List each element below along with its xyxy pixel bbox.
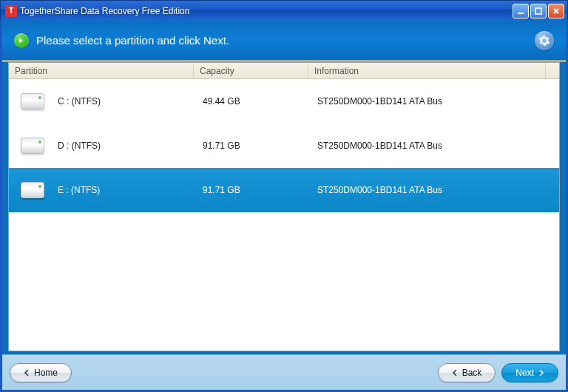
column-header-capacity[interactable]: Capacity <box>194 63 308 78</box>
partition-information: ST250DM000-1BD141 ATA Bus <box>311 141 556 151</box>
instruction-text: Please select a partition and click Next… <box>36 34 535 47</box>
back-button[interactable]: Back <box>438 363 496 382</box>
partition-row[interactable]: E : (NTFS)91.71 GBST250DM000-1BD141 ATA … <box>9 168 559 212</box>
partition-capacity: 49.44 GB <box>197 96 311 107</box>
partition-list: C : (NTFS)49.44 GBST250DM000-1BD141 ATA … <box>9 79 559 351</box>
close-button[interactable] <box>548 4 564 18</box>
gear-icon <box>538 35 550 47</box>
window-title: TogetherShare Data Recovery Free Edition <box>20 6 513 16</box>
settings-button[interactable] <box>535 31 554 50</box>
drive-icon <box>21 93 44 109</box>
step-arrow-icon <box>14 33 29 48</box>
footer: Home Back Next <box>2 354 566 390</box>
partition-panel: Partition Capacity Information C : (NTFS… <box>8 62 560 351</box>
svg-rect-1 <box>535 8 541 14</box>
minimize-button[interactable] <box>513 4 529 18</box>
partition-information: ST250DM000-1BD141 ATA Bus <box>311 185 556 195</box>
window-buttons <box>513 4 564 18</box>
column-header-scroll-gutter <box>546 63 559 78</box>
home-button-label: Home <box>34 368 58 378</box>
chevron-left-icon <box>24 370 30 376</box>
maximize-button[interactable] <box>530 4 547 18</box>
drive-icon-cell <box>12 182 44 198</box>
titlebar[interactable]: T TogetherShare Data Recovery Free Editi… <box>0 0 568 21</box>
drive-icon-cell <box>12 138 44 154</box>
main-frame: Please select a partition and click Next… <box>0 21 568 392</box>
column-header-information[interactable]: Information <box>308 63 546 78</box>
partition-name: D : (NTFS) <box>44 141 197 151</box>
columns-header: Partition Capacity Information <box>9 63 559 79</box>
chevron-right-icon <box>538 370 544 376</box>
partition-capacity: 91.71 GB <box>197 141 311 151</box>
next-button-label: Next <box>515 368 534 378</box>
partition-row[interactable]: C : (NTFS)49.44 GBST250DM000-1BD141 ATA … <box>9 79 559 124</box>
partition-information: ST250DM000-1BD141 ATA Bus <box>311 96 556 107</box>
partition-name: E : (NTFS) <box>44 185 197 195</box>
next-button[interactable]: Next <box>501 363 558 382</box>
partition-row[interactable]: D : (NTFS)91.71 GBST250DM000-1BD141 ATA … <box>9 124 559 168</box>
svg-rect-0 <box>518 13 524 14</box>
drive-icon-cell <box>12 93 44 109</box>
drive-icon <box>21 138 44 154</box>
app-icon: T <box>5 5 17 17</box>
partition-capacity: 91.71 GB <box>197 185 311 195</box>
drive-icon <box>21 182 44 198</box>
partition-name: C : (NTFS) <box>44 96 197 107</box>
column-header-partition[interactable]: Partition <box>9 63 194 78</box>
chevron-left-icon <box>452 370 458 376</box>
back-button-label: Back <box>462 368 482 378</box>
header-band: Please select a partition and click Next… <box>2 21 566 62</box>
home-button[interactable]: Home <box>10 363 72 382</box>
